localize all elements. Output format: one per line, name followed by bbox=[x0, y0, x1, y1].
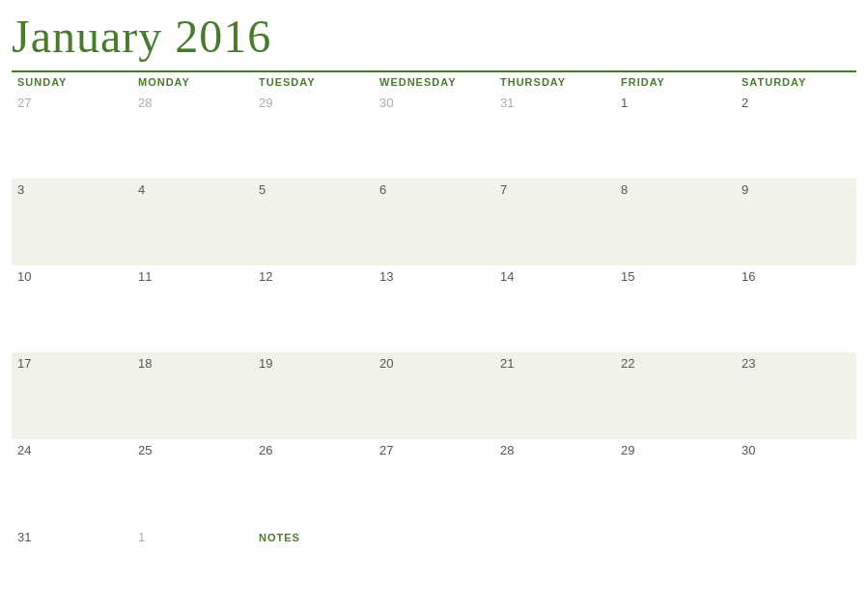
calendar-cell-w3d6: 23 bbox=[736, 352, 856, 439]
week-row-5: 311NOTES bbox=[12, 526, 856, 579]
day-number: 22 bbox=[621, 356, 634, 371]
calendar-cell-w4d6: 30 bbox=[736, 439, 856, 526]
day-header-monday: MONDAY bbox=[132, 71, 253, 92]
day-number: 21 bbox=[500, 356, 514, 371]
calendar-cell-w2d5: 15 bbox=[615, 265, 736, 352]
day-number: 30 bbox=[379, 96, 393, 110]
day-number: 28 bbox=[500, 443, 514, 457]
day-number: 2 bbox=[742, 96, 748, 110]
calendar-cell-w1d5: 8 bbox=[615, 179, 736, 265]
day-number: 3 bbox=[17, 182, 24, 197]
day-number: 18 bbox=[138, 356, 152, 371]
day-number: 17 bbox=[17, 356, 31, 371]
calendar-cell-w3d1: 18 bbox=[132, 352, 253, 439]
calendar-cell-w3d4: 21 bbox=[494, 352, 615, 439]
day-number: 12 bbox=[259, 269, 272, 284]
calendar-cell-w4d1: 25 bbox=[132, 439, 253, 526]
calendar-cell-w0d0: 27 bbox=[12, 92, 132, 179]
calendar-cell-w1d2: 5 bbox=[253, 179, 374, 265]
calendar-cell-w5d0: 31 bbox=[12, 526, 132, 579]
calendar-body: 2728293031123456789101112131415161718192… bbox=[12, 92, 856, 579]
calendar-cell-w2d3: 13 bbox=[374, 265, 494, 352]
day-number: 20 bbox=[379, 356, 393, 371]
calendar-cell-w5d6 bbox=[736, 526, 856, 579]
week-row-3: 17181920212223 bbox=[12, 352, 856, 439]
calendar-cell-w1d1: 4 bbox=[132, 179, 253, 265]
calendar-cell-w2d2: 12 bbox=[253, 265, 374, 352]
day-header-sunday: SUNDAY bbox=[12, 71, 132, 92]
calendar-cell-w3d0: 17 bbox=[12, 352, 132, 439]
calendar-cell-w4d4: 28 bbox=[494, 439, 615, 526]
calendar-cell-w4d0: 24 bbox=[12, 439, 132, 526]
day-header-saturday: SATURDAY bbox=[736, 71, 856, 92]
day-number: 14 bbox=[500, 269, 514, 284]
calendar-cell-w5d4 bbox=[494, 526, 615, 579]
calendar-header-row: SUNDAYMONDAYTUESDAYWEDNESDAYTHURSDAYFRID… bbox=[12, 71, 856, 92]
day-header-friday: FRIDAY bbox=[615, 71, 736, 92]
day-number: 27 bbox=[17, 96, 31, 110]
day-number: 28 bbox=[138, 96, 152, 110]
calendar-cell-w2d6: 16 bbox=[736, 265, 856, 352]
week-row-2: 10111213141516 bbox=[12, 265, 856, 352]
day-number: 19 bbox=[259, 356, 272, 371]
calendar-cell-w1d0: 3 bbox=[12, 179, 132, 265]
week-row-1: 3456789 bbox=[12, 179, 856, 265]
day-number: 11 bbox=[138, 269, 152, 284]
calendar-cell-w2d1: 11 bbox=[132, 265, 253, 352]
day-number: 26 bbox=[259, 443, 272, 457]
day-number: 25 bbox=[138, 443, 152, 457]
calendar-cell-w1d3: 6 bbox=[374, 179, 494, 265]
day-number: 15 bbox=[621, 269, 634, 284]
calendar-cell-w4d5: 29 bbox=[615, 439, 736, 526]
day-number: 7 bbox=[500, 182, 507, 197]
calendar-cell-w4d2: 26 bbox=[253, 439, 374, 526]
day-number: 29 bbox=[259, 96, 272, 110]
calendar-cell-w5d1: 1 bbox=[132, 526, 253, 579]
day-number: 31 bbox=[17, 530, 31, 544]
calendar-cell-w0d4: 31 bbox=[494, 92, 615, 179]
day-number: 27 bbox=[379, 443, 393, 457]
calendar-cell-w5d2: NOTES bbox=[253, 526, 374, 579]
calendar-cell-w3d5: 22 bbox=[615, 352, 736, 439]
calendar-cell-w5d5 bbox=[615, 526, 736, 579]
calendar-title: January 2016 bbox=[12, 10, 856, 63]
day-number: 30 bbox=[742, 443, 755, 457]
day-number: 4 bbox=[138, 182, 145, 197]
calendar-cell-w5d3 bbox=[374, 526, 494, 579]
day-number: 31 bbox=[500, 96, 514, 110]
day-number: 10 bbox=[17, 269, 31, 284]
calendar-cell-w2d4: 14 bbox=[494, 265, 615, 352]
calendar-cell-w1d4: 7 bbox=[494, 179, 615, 265]
calendar-table: SUNDAYMONDAYTUESDAYWEDNESDAYTHURSDAYFRID… bbox=[12, 70, 856, 579]
day-header-wednesday: WEDNESDAY bbox=[374, 71, 494, 92]
calendar-cell-w3d3: 20 bbox=[374, 352, 494, 439]
day-number: 5 bbox=[259, 182, 266, 197]
day-number: 6 bbox=[379, 182, 386, 197]
calendar-cell-w0d3: 30 bbox=[374, 92, 494, 179]
day-number: 1 bbox=[138, 530, 145, 544]
calendar-cell-w0d5: 1 bbox=[615, 92, 736, 179]
calendar-cell-w0d2: 29 bbox=[253, 92, 374, 179]
day-header-tuesday: TUESDAY bbox=[253, 71, 374, 92]
day-number: 13 bbox=[379, 269, 393, 284]
day-number: 8 bbox=[621, 182, 628, 197]
week-row-4: 24252627282930 bbox=[12, 439, 856, 526]
day-number: 29 bbox=[621, 443, 634, 457]
calendar-cell-w0d6: 2 bbox=[736, 92, 856, 179]
calendar-cell-w2d0: 10 bbox=[12, 265, 132, 352]
day-number: 24 bbox=[17, 443, 31, 457]
calendar-cell-w4d3: 27 bbox=[374, 439, 494, 526]
week-row-0: 272829303112 bbox=[12, 92, 856, 179]
calendar-cell-w1d6: 9 bbox=[736, 179, 856, 265]
day-number: 1 bbox=[621, 96, 628, 110]
calendar-cell-w0d1: 28 bbox=[132, 92, 253, 179]
day-number: 9 bbox=[742, 182, 748, 197]
day-header-thursday: THURSDAY bbox=[494, 71, 615, 92]
calendar-cell-w3d2: 19 bbox=[253, 352, 374, 439]
day-number: 23 bbox=[742, 356, 755, 371]
day-number: 16 bbox=[742, 269, 755, 284]
